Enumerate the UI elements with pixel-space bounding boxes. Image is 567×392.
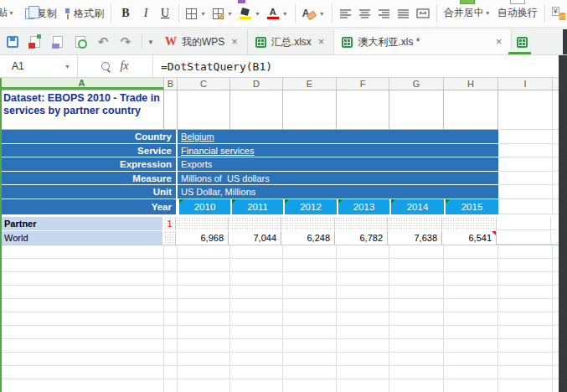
- footnote-marker-cell[interactable]: 1: [164, 217, 176, 230]
- paste-button[interactable]: 粘贴▼: [0, 3, 22, 24]
- empty-cell[interactable]: [444, 312, 498, 326]
- measure-value[interactable]: Millions of US dollars: [178, 172, 498, 185]
- empty-cell[interactable]: [389, 259, 444, 272]
- indent-button[interactable]: [413, 3, 433, 24]
- empty-cell[interactable]: [178, 272, 230, 286]
- empty-cell[interactable]: [444, 366, 498, 379]
- empty-cell[interactable]: [0, 312, 164, 326]
- formula-input[interactable]: =DotStatQuery(B1): [153, 60, 559, 73]
- align-left-button[interactable]: [336, 3, 355, 24]
- empty-cell[interactable]: [230, 353, 283, 366]
- empty-cell[interactable]: [337, 312, 389, 326]
- empty-cell[interactable]: [553, 299, 559, 312]
- value-cell[interactable]: 6,968: [176, 231, 229, 245]
- empty-cell[interactable]: [337, 379, 389, 392]
- empty-cell[interactable]: [230, 90, 283, 130]
- empty-cell[interactable]: [444, 259, 498, 272]
- empty-cell[interactable]: [178, 312, 230, 326]
- empty-cell[interactable]: [178, 326, 230, 339]
- empty-cell[interactable]: [444, 299, 498, 312]
- hatched-cell[interactable]: [229, 217, 281, 230]
- empty-cell[interactable]: [178, 379, 230, 392]
- empty-cell[interactable]: [164, 245, 178, 259]
- bold-button[interactable]: B: [115, 3, 137, 24]
- empty-cell[interactable]: [337, 366, 389, 379]
- year-cell[interactable]: 2012: [283, 199, 337, 214]
- value-cell[interactable]: 6,541: [442, 231, 497, 245]
- empty-cell[interactable]: [164, 379, 178, 392]
- empty-cell[interactable]: [337, 259, 389, 272]
- empty-cell[interactable]: [389, 339, 444, 353]
- empty-cell[interactable]: [498, 245, 553, 259]
- empty-cell[interactable]: [164, 339, 178, 353]
- empty-cell[interactable]: [444, 326, 498, 339]
- dataset-title-cell[interactable]: Dataset: EBOPS 2010 - Trade in services …: [0, 90, 164, 130]
- unit-value[interactable]: US Dollar, Millions: [178, 185, 498, 199]
- hatched-cell[interactable]: [335, 217, 388, 230]
- empty-cell[interactable]: [230, 259, 283, 272]
- empty-cell[interactable]: [498, 90, 553, 130]
- column-header-a[interactable]: A: [0, 78, 164, 90]
- year-cell[interactable]: 2010: [178, 199, 230, 214]
- empty-cell[interactable]: [230, 366, 283, 379]
- empty-cell[interactable]: [444, 90, 498, 130]
- hatched-cell[interactable]: [164, 231, 176, 245]
- empty-cell[interactable]: [283, 245, 337, 259]
- empty-cell[interactable]: [230, 245, 283, 259]
- copy-button[interactable]: 复制: [22, 3, 60, 24]
- empty-cell[interactable]: [283, 90, 337, 130]
- empty-cell[interactable]: [178, 353, 230, 366]
- empty-cell[interactable]: [498, 353, 553, 366]
- empty-cell[interactable]: [337, 245, 389, 259]
- borders-button[interactable]: ▼: [183, 3, 209, 24]
- year-cell[interactable]: 2013: [337, 199, 389, 214]
- empty-cell[interactable]: [178, 90, 230, 130]
- empty-cell[interactable]: [230, 379, 283, 392]
- empty-cell[interactable]: [498, 339, 553, 353]
- tab-my-wps[interactable]: W 我的WPS ×: [157, 29, 248, 54]
- empty-cell[interactable]: [230, 299, 283, 312]
- empty-cell[interactable]: [283, 312, 337, 326]
- country-value-link[interactable]: Belgium: [178, 130, 498, 144]
- empty-cell[interactable]: [389, 326, 444, 339]
- hatched-cell[interactable]: [388, 217, 442, 230]
- empty-cell[interactable]: [164, 286, 178, 299]
- empty-cell[interactable]: [389, 353, 444, 366]
- year-cell[interactable]: 2014: [389, 199, 444, 214]
- italic-button[interactable]: I: [137, 3, 155, 24]
- year-cell[interactable]: 2011: [230, 199, 283, 214]
- empty-cell[interactable]: [283, 272, 337, 286]
- empty-cell[interactable]: [0, 245, 164, 259]
- expression-value[interactable]: Exports: [178, 157, 498, 172]
- empty-cell[interactable]: [178, 245, 230, 259]
- empty-cell[interactable]: [553, 339, 559, 353]
- redo-button[interactable]: ↷: [118, 34, 133, 49]
- print-button[interactable]: [50, 34, 65, 49]
- justify-button[interactable]: [394, 3, 413, 24]
- close-icon[interactable]: ×: [317, 37, 327, 47]
- value-cell[interactable]: 6,782: [335, 231, 388, 245]
- align-center-button[interactable]: [355, 3, 374, 24]
- empty-cell[interactable]: [444, 353, 498, 366]
- empty-cell[interactable]: [389, 312, 444, 326]
- empty-cell[interactable]: [553, 312, 559, 326]
- empty-cell[interactable]: [444, 286, 498, 299]
- empty-cell[interactable]: [498, 272, 553, 286]
- print-preview-button[interactable]: [73, 34, 88, 49]
- underline-button[interactable]: U: [155, 3, 175, 24]
- column-header-g[interactable]: G: [389, 78, 444, 90]
- empty-cell[interactable]: [178, 299, 230, 312]
- name-box[interactable]: A1 ▼: [0, 55, 78, 77]
- empty-cell[interactable]: [230, 272, 283, 286]
- empty-cell[interactable]: [0, 339, 164, 353]
- empty-cell[interactable]: [498, 172, 553, 185]
- empty-cell[interactable]: [498, 157, 553, 172]
- empty-cell[interactable]: [164, 312, 178, 326]
- empty-cell[interactable]: [553, 245, 559, 259]
- empty-cell[interactable]: [498, 366, 553, 379]
- tab-workbook-australia[interactable]: 澳大利亚.xls * ×: [334, 29, 512, 54]
- year-cell[interactable]: 2015: [444, 199, 498, 214]
- empty-cell[interactable]: [444, 339, 498, 353]
- clear-format-button[interactable]: A ▼: [299, 3, 328, 24]
- empty-cell[interactable]: [389, 245, 444, 259]
